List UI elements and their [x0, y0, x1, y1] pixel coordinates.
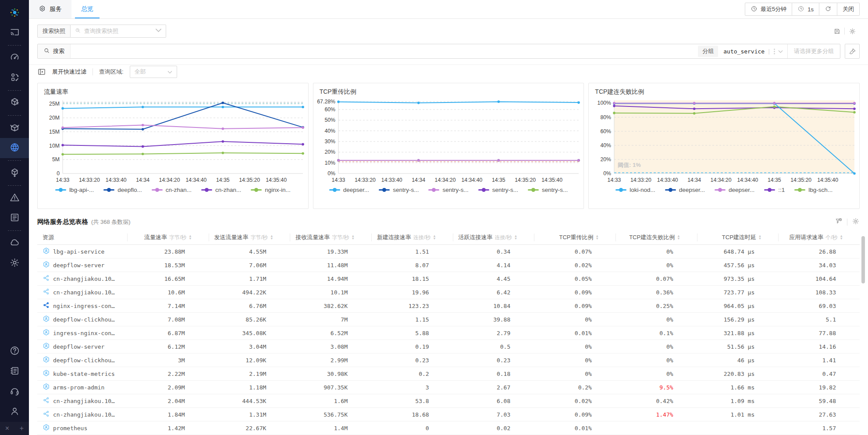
- close-button[interactable]: 关闭: [837, 3, 860, 16]
- sort-arrows-icon[interactable]: ▲▼: [758, 235, 761, 240]
- legend-item[interactable]: loki-nod...: [615, 187, 655, 193]
- sort-arrows-icon[interactable]: ▲▼: [840, 235, 843, 240]
- clear-brush-button[interactable]: [845, 44, 860, 59]
- legend-item[interactable]: ::1: [764, 187, 785, 193]
- table-row[interactable]: ingress-nginx-con…6.87M345.08K6.52M5.882…: [37, 326, 860, 340]
- column-header-metric[interactable]: 发送流量速率字节/秒▲▼: [209, 231, 290, 245]
- sidebar-item-resource-swap-icon[interactable]: [0, 68, 29, 88]
- sidebar-item-package-delivery-icon[interactable]: [0, 93, 29, 113]
- column-header-metric[interactable]: TCP重传比例▲▼: [534, 231, 615, 245]
- table-row[interactable]: deepflow-server6.12M3.04M3.08M0.190.50%0…: [37, 340, 860, 354]
- resource-cell[interactable]: cn-zhangjiakou.10…: [37, 286, 127, 299]
- sidebar-item-warning-triangle-icon[interactable]: [0, 188, 29, 208]
- legend-item[interactable]: sentry-s...: [428, 187, 468, 193]
- settings-gear-button[interactable]: [845, 26, 860, 36]
- sidebar-item-user-icon[interactable]: [0, 402, 29, 422]
- table-row[interactable]: deepflow-clickhou…3M12.09K2.99M0.230.230…: [37, 354, 860, 367]
- column-header-metric[interactable]: 应用请求速率个/秒▲▼: [778, 231, 860, 245]
- close-x-icon[interactable]: ×: [3, 424, 12, 432]
- sidebar-item-notebook-icon[interactable]: [0, 361, 29, 382]
- vertical-scrollbar[interactable]: [861, 236, 865, 283]
- resource-cell[interactable]: arms-prom-admin: [37, 381, 127, 394]
- resource-cell[interactable]: cn-zhangjiakou.10…: [37, 394, 127, 408]
- table-row[interactable]: arms-prom-admin2.09M1.18M907.35K32.670.2…: [37, 381, 860, 394]
- time-range-button[interactable]: 最近5分钟: [745, 3, 792, 16]
- group-select[interactable]: auto_service |: [722, 48, 787, 55]
- filter-history-icon[interactable]: [835, 217, 843, 226]
- legend-item[interactable]: deepser...: [715, 187, 754, 193]
- sort-arrows-icon[interactable]: ▲▼: [352, 235, 355, 240]
- sort-arrows-icon[interactable]: ▲▼: [433, 235, 436, 240]
- legend-item[interactable]: lbg-sch...: [794, 187, 832, 193]
- sidebar-item-log-list-icon[interactable]: [0, 208, 29, 228]
- app-logo[interactable]: [0, 4, 29, 23]
- table-row[interactable]: nginx-ingress-con…7.14M6.76M382.62K123.2…: [37, 299, 860, 313]
- column-header-metric[interactable]: 流量速率字节/秒▲▼: [127, 231, 209, 245]
- column-header-metric[interactable]: 活跃连接速率连接/秒▲▼: [453, 231, 534, 245]
- legend-item[interactable]: sentry-s...: [528, 187, 568, 193]
- tab-services[interactable]: 服务: [29, 0, 71, 18]
- sidebar-item-settings-gear-icon[interactable]: [0, 253, 29, 273]
- table-row[interactable]: deepflow-server18.53M7.06M11.48M8.074.14…: [37, 258, 860, 272]
- sidebar-item-cast-screen-icon[interactable]: [0, 23, 29, 43]
- resource-cell[interactable]: deepflow-clickhou…: [37, 313, 127, 326]
- sidebar-item-help-circle-icon[interactable]: [0, 341, 29, 361]
- sidebar-item-cube-3d-icon[interactable]: [0, 163, 29, 183]
- table-row[interactable]: lbg-api-service23.88M4.55M19.33M1.510.34…: [37, 245, 860, 258]
- save-button[interactable]: [829, 26, 844, 36]
- sort-arrows-icon[interactable]: ▲▼: [514, 235, 517, 240]
- resource-cell[interactable]: deepflow-server: [37, 258, 127, 272]
- table-row[interactable]: cn-zhangjiakou.10…2.04M444.53K1.6M53.86.…: [37, 394, 860, 408]
- column-header-metric[interactable]: TCP建连失败比例▲▼: [615, 231, 697, 245]
- legend-item[interactable]: sentry-s...: [478, 187, 518, 193]
- legend-item[interactable]: deepser...: [329, 187, 369, 193]
- resource-cell[interactable]: ingress-nginx-con…: [37, 326, 127, 340]
- sidebar-item-dashboard-gauge-icon[interactable]: [0, 48, 29, 68]
- svg-text:14:34:40: 14:34:40: [186, 177, 207, 183]
- table-row[interactable]: cn-zhangjiakou.10…10.6M494.22K10.1M19.96…: [37, 286, 860, 299]
- refresh-button[interactable]: [819, 3, 837, 16]
- plus-icon[interactable]: +: [17, 424, 26, 432]
- sidebar-item-cloud-icon[interactable]: [0, 233, 29, 253]
- column-header-metric[interactable]: 接收流量速率字节/秒▲▼: [290, 231, 371, 245]
- legend-item[interactable]: lbg-api-...: [55, 187, 94, 193]
- table-settings-gear-icon[interactable]: [852, 217, 860, 226]
- group-more-select[interactable]: 请选择更多分组: [787, 44, 840, 58]
- column-header-metric[interactable]: TCP建连时延▲▼: [697, 231, 779, 245]
- resource-cell[interactable]: kube-state-metrics: [37, 367, 127, 381]
- resource-cell[interactable]: deepflow-clickhou…: [37, 354, 127, 367]
- sidebar-item-headset-icon[interactable]: [0, 382, 29, 402]
- legend-item[interactable]: deepflo...: [103, 187, 142, 193]
- legend-item[interactable]: nginx-in...: [251, 187, 291, 193]
- table-row[interactable]: prometheus1.42M22.67K1.4M00.020.01%1.57: [37, 421, 860, 435]
- expand-filter-label[interactable]: 展开快速过滤: [52, 68, 86, 76]
- column-header-metric[interactable]: 新建连接速率连接/秒▲▼: [371, 231, 453, 245]
- table-row[interactable]: cn-zhangjiakou.10…1.84M1.31M536.75K18.68…: [37, 408, 860, 421]
- legend-item[interactable]: cn-zhan...: [201, 187, 241, 193]
- sort-arrows-icon[interactable]: ▲▼: [596, 235, 599, 240]
- legend-item[interactable]: sentry-s...: [379, 187, 419, 193]
- sort-arrows-icon[interactable]: ▲▼: [677, 235, 680, 240]
- sort-arrows-icon[interactable]: ▲▼: [189, 235, 192, 240]
- resource-cell[interactable]: prometheus: [37, 421, 127, 435]
- table-row[interactable]: deepflow-clickhou…7.08M85.26K7M1.1539.88…: [37, 313, 860, 326]
- table-row[interactable]: cn-zhangjiakou.10…16.65M1.71M14.94M18.15…: [37, 272, 860, 286]
- resource-cell[interactable]: deepflow-server: [37, 340, 127, 354]
- sidebar-item-network-globe-icon[interactable]: [0, 138, 29, 158]
- sidebar-item-open-box-icon[interactable]: [0, 118, 29, 138]
- expand-panel-icon[interactable]: [37, 67, 46, 76]
- tab-overview[interactable]: 总览: [71, 0, 103, 18]
- legend-item[interactable]: cn-zhan...: [152, 187, 192, 193]
- drag-handle-icon[interactable]: [774, 49, 775, 54]
- table-row[interactable]: kube-state-metrics2.22M2.19M30.98K0.20.1…: [37, 367, 860, 381]
- refresh-interval-button[interactable]: 1s: [792, 3, 819, 16]
- resource-cell[interactable]: nginx-ingress-con…: [37, 299, 127, 313]
- search-input[interactable]: [71, 44, 698, 58]
- legend-item[interactable]: deepser...: [665, 187, 705, 193]
- resource-cell[interactable]: lbg-api-service: [37, 245, 127, 258]
- snapshot-select[interactable]: 查询搜索快照: [71, 25, 166, 38]
- resource-cell[interactable]: cn-zhangjiakou.10…: [37, 408, 127, 421]
- resource-cell[interactable]: cn-zhangjiakou.10…: [37, 272, 127, 286]
- sort-arrows-icon[interactable]: ▲▼: [270, 235, 273, 240]
- query-region-select[interactable]: 全部: [130, 66, 177, 78]
